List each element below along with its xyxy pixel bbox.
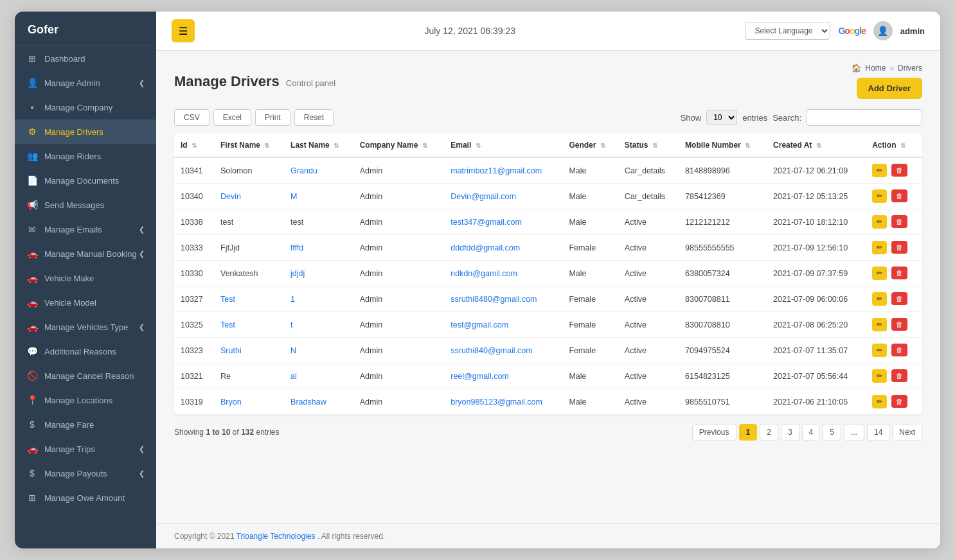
col-mobile-number[interactable]: Mobile Number ⇅ <box>679 134 767 157</box>
link-last_name[interactable]: t <box>290 320 292 329</box>
pagination-next[interactable]: Next <box>892 424 922 441</box>
sidebar-item-dashboard[interactable]: ⊞ Dashboard <box>15 46 156 71</box>
pagination-page-3[interactable]: 3 <box>781 424 799 441</box>
link-email[interactable]: test347@gmail.com <box>451 218 522 227</box>
col-gender[interactable]: Gender ⇅ <box>562 134 618 157</box>
link-first_name[interactable]: Bryon <box>220 398 242 407</box>
link-email[interactable]: test@gmail.com <box>451 320 508 329</box>
delete-button[interactable]: 🗑 <box>891 395 907 408</box>
link-last_name[interactable]: jdjdj <box>290 269 305 278</box>
sidebar-item-vehicle-model[interactable]: 🚗 Vehicle Model <box>15 290 156 315</box>
rights-text: . All rights reserved. <box>317 532 385 541</box>
sidebar-item-vehicle-make[interactable]: 🚗 Vehicle Make <box>15 266 156 290</box>
col-email[interactable]: Email ⇅ <box>444 134 562 157</box>
delete-button[interactable]: 🗑 <box>891 344 907 356</box>
pagination-page-14[interactable]: 14 <box>867 424 889 441</box>
edit-button[interactable]: ✏ <box>872 189 887 203</box>
excel-button[interactable]: Excel <box>213 109 251 126</box>
search-input[interactable] <box>807 109 922 126</box>
edit-button[interactable]: ✏ <box>872 164 887 177</box>
delete-button[interactable]: 🗑 <box>891 164 907 177</box>
link-email[interactable]: ndkdn@gamil.com <box>451 269 517 278</box>
pagination-page-2[interactable]: 2 <box>760 424 778 441</box>
sidebar-item-manage-owe-amount[interactable]: ⊞ Manage Owe Amount <box>15 486 156 510</box>
col-created-at[interactable]: Created At ⇅ <box>767 134 866 157</box>
col-status[interactable]: Status ⇅ <box>618 134 679 157</box>
edit-button[interactable]: ✏ <box>872 215 887 229</box>
col-company-name[interactable]: Company Name ⇅ <box>353 134 445 157</box>
cell-company: Admin <box>353 235 445 261</box>
delete-button[interactable]: 🗑 <box>891 241 907 254</box>
sidebar-item-manage-fare[interactable]: $ Manage Fare <box>15 412 156 437</box>
sidebar-item-manage-riders[interactable]: 👥 Manage Riders <box>15 144 156 168</box>
company-link[interactable]: Trioangle Technologies <box>237 532 316 541</box>
link-email[interactable]: bryon985123@gmail.com <box>451 398 542 407</box>
sidebar-item-manage-documents[interactable]: 📄 Manage Documents <box>15 168 156 193</box>
link-email[interactable]: reel@gmail.com <box>451 372 509 381</box>
col-last-name[interactable]: Last Name ⇅ <box>284 134 353 157</box>
link-first_name[interactable]: Devin <box>220 192 241 201</box>
link-last_name[interactable]: Bradshaw <box>290 398 326 407</box>
edit-button[interactable]: ✏ <box>872 395 887 408</box>
delete-button[interactable]: 🗑 <box>891 215 907 228</box>
show-entries-select[interactable]: 10 25 50 <box>706 110 737 125</box>
sidebar-item-manage-trips[interactable]: 🚗 Manage Trips ❮ <box>15 437 156 461</box>
sidebar-item-manage-payouts[interactable]: $ Manage Payouts ❮ <box>15 461 156 486</box>
sidebar-item-manage-vehicles-type[interactable]: 🚗 Manage Vehicles Type ❮ <box>15 315 156 339</box>
sidebar-item-manage-locations[interactable]: 📍 Manage Locations <box>15 388 156 412</box>
pagination-page-4[interactable]: 4 <box>802 424 821 441</box>
copyright-text: Copyright © 2021 <box>174 532 235 541</box>
delete-button[interactable]: 🗑 <box>891 267 907 279</box>
link-email[interactable]: Devin@gmail.com <box>451 192 516 201</box>
reset-button[interactable]: Reset <box>294 109 334 126</box>
pagination-page-5[interactable]: 5 <box>823 424 841 441</box>
link-first_name[interactable]: Test <box>220 295 235 304</box>
language-select[interactable]: Select Language <box>745 22 830 40</box>
delete-button[interactable]: 🗑 <box>891 292 907 305</box>
sidebar-item-additional-reasons[interactable]: 💬 Additional Reasons <box>15 339 156 363</box>
edit-button[interactable]: ✏ <box>872 267 887 280</box>
link-last_name[interactable]: Grandu <box>290 166 317 175</box>
cell-created: 2021-07-09 12:56:10 <box>767 235 866 261</box>
sidebar-item-manage-company[interactable]: ▪ Manage Company <box>15 95 156 119</box>
sidebar-item-manage-drivers[interactable]: ⚙ Manage Drivers <box>15 119 156 144</box>
add-driver-button[interactable]: Add Driver <box>857 78 922 99</box>
link-last_name[interactable]: ffffd <box>290 243 303 252</box>
sidebar-item-manage-admin[interactable]: 👤 Manage Admin ❮ <box>15 71 156 95</box>
col-id[interactable]: Id ⇅ <box>174 134 214 157</box>
link-email[interactable]: dddfdd@gmail.com <box>451 243 520 252</box>
link-last_name[interactable]: M <box>290 192 297 201</box>
edit-button[interactable]: ✏ <box>872 292 887 306</box>
delete-button[interactable]: 🗑 <box>891 318 907 331</box>
sidebar-item-manage-manual-booking[interactable]: 🚗 Manage Manual Booking ❮ <box>15 241 156 266</box>
link-last_name[interactable]: 1 <box>290 295 295 304</box>
link-email[interactable]: ssruthi840@gmail.com <box>451 346 532 355</box>
cell-id: 10323 <box>174 338 214 363</box>
link-email[interactable]: matrimboz11@gmail.com <box>451 166 542 175</box>
pagination-page-1[interactable]: 1 <box>739 424 758 441</box>
delete-button[interactable]: 🗑 <box>891 369 907 382</box>
sidebar-item-send-messages[interactable]: 📢 Send Messages <box>15 193 156 217</box>
col-action[interactable]: Action ⇅ <box>866 134 922 157</box>
edit-button[interactable]: ✏ <box>872 344 887 357</box>
sidebar-item-manage-emails[interactable]: ✉ Manage Emails ❮ <box>15 217 156 241</box>
table-row: 10325TesttAdmintest@gmail.comFemaleActiv… <box>174 312 922 338</box>
sidebar-item-manage-cancel-reason[interactable]: 🚫 Manage Cancel Reason <box>15 363 156 388</box>
delete-button[interactable]: 🗑 <box>891 189 907 202</box>
pagination-page-...[interactable]: ... <box>844 424 864 441</box>
menu-button[interactable]: ☰ <box>172 19 195 42</box>
edit-button[interactable]: ✏ <box>872 318 887 331</box>
breadcrumb-home[interactable]: Home <box>865 64 886 73</box>
link-last_name[interactable]: N <box>290 346 296 355</box>
csv-button[interactable]: CSV <box>174 109 210 126</box>
col-first-name[interactable]: First Name ⇅ <box>214 134 284 157</box>
link-email[interactable]: ssruthi8480@gmail.com <box>451 295 537 304</box>
link-first_name[interactable]: Sruthi <box>220 346 242 355</box>
link-first_name[interactable]: Test <box>220 320 235 329</box>
print-button[interactable]: Print <box>255 109 290 126</box>
edit-button[interactable]: ✏ <box>872 241 887 254</box>
edit-button[interactable]: ✏ <box>872 369 887 383</box>
link-last_name[interactable]: al <box>290 372 297 381</box>
pagination-previous[interactable]: Previous <box>692 424 736 441</box>
sidebar-label-manage-owe-amount: Manage Owe Amount <box>44 493 125 503</box>
